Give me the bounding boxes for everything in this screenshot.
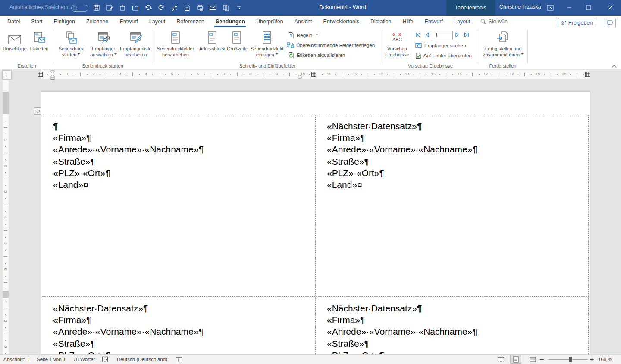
first-line-indent-marker[interactable] xyxy=(50,70,55,74)
empfaenger-suchen-button[interactable]: Empfänger suchen xyxy=(415,41,466,50)
auf-fehler-ueberpruefen-button[interactable]: Auf Fehler überprüfen xyxy=(415,51,472,60)
document-icon[interactable] xyxy=(183,4,191,12)
vertical-ruler-row-boundary[interactable] xyxy=(3,291,9,298)
seriendruck-starten-button[interactable]: Seriendruck starten xyxy=(55,28,87,64)
vorschau-ergebnisse-button[interactable]: « » ABC Vorschau Ergebnisse xyxy=(385,28,410,64)
regeln-button[interactable]: ? Regeln xyxy=(288,31,318,40)
tab-tabellentools-layout[interactable]: Layout xyxy=(448,16,476,27)
previous-record-button[interactable] xyxy=(423,31,431,38)
label-cell-top-right[interactable]: «Nächster·Datensatz»¶ «Firma»¶ «Anrede»·… xyxy=(327,120,477,190)
zoom-level[interactable]: 160 % xyxy=(598,355,612,364)
seriendruckfelder-hervorheben-button[interactable]: Seriendruckfelder hervorheben xyxy=(154,28,198,64)
read-mode-view-button[interactable] xyxy=(495,355,506,364)
maximize-button[interactable] xyxy=(580,0,597,16)
tab-sendungen[interactable]: Sendungen xyxy=(210,16,251,27)
share-button[interactable]: Freigeben xyxy=(558,18,595,28)
table-column-marker-icon[interactable] xyxy=(38,72,43,77)
close-button[interactable] xyxy=(602,0,619,16)
tab-start[interactable]: Start xyxy=(25,16,48,27)
collapse-ribbon-button[interactable] xyxy=(611,64,618,68)
label-cell-bottom-left[interactable]: «Nächster·Datensatz»¶ «Firma»¶ «Anrede»·… xyxy=(53,302,204,355)
tab-ueberpruefen[interactable]: Überprüfen xyxy=(251,16,289,27)
ruler-number: 8 xyxy=(248,72,253,77)
tab-layout[interactable]: Layout xyxy=(144,16,171,27)
print-icon[interactable] xyxy=(196,4,204,12)
tab-hilfe[interactable]: Hilfe xyxy=(397,16,419,27)
record-number-input[interactable] xyxy=(433,31,453,39)
fertig-stellen-zusammenfuehren-button[interactable]: Fertig stellen und zusammenführen xyxy=(480,28,527,64)
tab-stop-selector[interactable]: L xyxy=(2,70,12,80)
ruler-number: 7 xyxy=(222,72,227,77)
proofing-icon[interactable] xyxy=(102,355,108,364)
label-cell-top-left[interactable]: ¶ «Firma»¶ «Anrede»·«Vorname»·«Nachname»… xyxy=(53,120,204,190)
zoom-out-button[interactable] xyxy=(540,355,544,364)
export-icon[interactable] xyxy=(119,4,126,12)
next-record-button[interactable] xyxy=(454,31,461,38)
zoom-slider-track[interactable] xyxy=(548,359,588,360)
tab-dictation[interactable]: Dictation xyxy=(365,16,397,27)
word-window: Automatisches Speichern Dokument4 - Word… xyxy=(0,0,621,364)
tab-datei[interactable]: Datei xyxy=(2,16,25,27)
mail-icon[interactable] xyxy=(209,4,216,12)
minimize-button[interactable] xyxy=(561,0,578,16)
etiketten-button[interactable]: Etiketten xyxy=(28,28,51,64)
word-count[interactable]: 78 Wörter xyxy=(73,355,95,364)
tab-referenzen[interactable]: Referenzen xyxy=(171,16,210,27)
tab-entwicklertools[interactable]: Entwicklertools xyxy=(318,16,365,27)
folder-icon[interactable] xyxy=(132,4,139,12)
autosave-toggle[interactable] xyxy=(71,5,88,12)
uebereinstimmende-felder-button[interactable]: Übereinstimmende Felder festlegen xyxy=(287,41,375,50)
save-as-icon[interactable] xyxy=(106,4,113,12)
section-indicator[interactable]: Abschnitt: 1 xyxy=(3,355,29,364)
seriendruckfeld-einfuegen-button[interactable]: Seriendruckfeld einfügen xyxy=(248,28,286,64)
grusszeile-button[interactable]: Grußzeile xyxy=(227,28,247,64)
macro-record-icon[interactable] xyxy=(176,355,182,364)
empfaengerliste-bearbeiten-button[interactable]: Empfängerliste bearbeiten xyxy=(120,28,152,64)
web-layout-view-button[interactable] xyxy=(527,355,538,364)
ribbon-display-options-icon[interactable] xyxy=(542,0,559,16)
zoom-slider-thumb[interactable] xyxy=(569,357,572,362)
title-bar: Automatisches Speichern Dokument4 - Word… xyxy=(0,0,621,16)
print-layout-view-button[interactable] xyxy=(510,355,521,364)
last-record-button[interactable] xyxy=(463,31,470,38)
zoom-in-button[interactable] xyxy=(590,355,594,364)
qat-more-icon[interactable] xyxy=(235,4,242,12)
table-column-marker-icon[interactable] xyxy=(311,72,316,77)
copy-icon[interactable] xyxy=(222,4,229,12)
share-icon xyxy=(561,20,566,26)
document-page[interactable]: ¶ «Firma»¶ «Anrede»·«Vorname»·«Nachname»… xyxy=(41,91,590,355)
table-move-handle[interactable] xyxy=(34,107,41,115)
right-indent-marker[interactable] xyxy=(298,75,302,79)
tab-ansicht[interactable]: Ansicht xyxy=(289,16,318,27)
tab-zeichnen[interactable]: Zeichnen xyxy=(81,16,114,27)
ruler-number: 6 xyxy=(196,72,201,77)
redo-icon[interactable] xyxy=(157,4,165,12)
pen-icon[interactable] xyxy=(170,4,178,12)
table-column-marker-icon[interactable] xyxy=(585,72,590,77)
ruler-number: 8 xyxy=(3,318,8,324)
tell-me-search[interactable]: Sie wün xyxy=(476,16,512,27)
ruler-number: 19 xyxy=(535,72,540,77)
ruler-number: 16 xyxy=(457,72,462,77)
umschlaege-button[interactable]: Umschläge xyxy=(3,28,27,64)
hanging-indent-marker[interactable] xyxy=(50,75,55,80)
label-cell-bottom-right[interactable]: «Nächster·Datensatz»¶ «Firma»¶ «Anrede»·… xyxy=(327,302,477,355)
comments-button[interactable] xyxy=(604,18,616,28)
tab-tabellentools-entwurf[interactable]: Entwurf xyxy=(419,16,448,27)
tab-entwurf[interactable]: Entwurf xyxy=(114,16,143,27)
chevron-down-icon xyxy=(276,53,278,56)
account-user-name[interactable]: Christine Trzaska xyxy=(499,4,541,10)
ruler-number: 14 xyxy=(405,72,410,77)
insert-merge-field-icon xyxy=(248,28,286,46)
empfaenger-auswaehlen-button[interactable]: Empfänger auswählen xyxy=(88,28,119,64)
adressblock-button[interactable]: Adressblock xyxy=(198,28,226,64)
page-indicator[interactable]: Seite 1 von 1 xyxy=(37,355,66,364)
table-border-row xyxy=(42,296,589,297)
save-icon[interactable] xyxy=(93,4,100,12)
ruler-number: 2 xyxy=(3,163,8,168)
undo-icon[interactable] xyxy=(144,4,152,12)
first-record-button[interactable] xyxy=(414,31,422,38)
language-indicator[interactable]: Deutsch (Deutschland) xyxy=(117,355,167,364)
tab-einfuegen[interactable]: Einfügen xyxy=(48,16,81,27)
etiketten-aktualisieren-button[interactable]: Etiketten aktualisieren xyxy=(288,51,345,59)
